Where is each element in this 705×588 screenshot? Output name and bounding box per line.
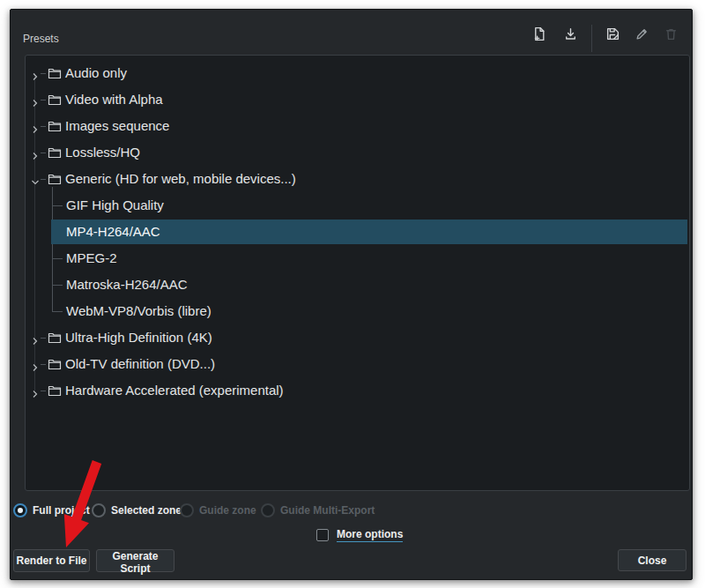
folder-icon — [48, 67, 62, 79]
preset-folder-row[interactable]: Audio only — [26, 60, 689, 86]
branch-dash — [41, 364, 46, 365]
tree-row-label: GIF High Quality — [66, 192, 164, 219]
download-icon — [563, 26, 578, 44]
branch-dash — [41, 100, 46, 100]
folder-icon — [48, 93, 62, 106]
tree-row-label: MPEG-2 — [66, 245, 117, 272]
preset-row[interactable]: WebM-VP8/Vorbis (libre) — [26, 298, 689, 324]
save-preset-button[interactable] — [601, 24, 624, 47]
edit-preset-button[interactable] — [630, 24, 653, 47]
preset-row[interactable]: GIF High Quality — [26, 192, 689, 219]
tree-row-label: Ultra-High Definition (4K) — [65, 324, 212, 351]
toolbar-separator — [591, 25, 592, 52]
more-options-checkbox[interactable] — [316, 529, 329, 541]
branch-dash — [41, 179, 46, 180]
folder-icon — [48, 146, 62, 159]
save-edit-icon — [605, 26, 620, 44]
radio-label: Guide zone — [199, 504, 256, 517]
tree-row-label: Generic (HD for web, mobile devices...) — [65, 166, 296, 192]
folder-icon — [48, 173, 62, 185]
tree-row-label: Old-TV definition (DVD...) — [65, 351, 215, 377]
preset-row[interactable]: MPEG-2 — [26, 245, 689, 272]
preset-folder-row[interactable]: Images sequence — [26, 113, 689, 139]
new-preset-button[interactable] — [527, 24, 550, 47]
radio-button-icon — [180, 503, 194, 517]
tree-row-label: Lossless/HQ — [65, 139, 140, 166]
document-plus-icon — [531, 26, 546, 44]
tree-row-label: Hardware Accelerated (experimental) — [65, 377, 284, 404]
download-preset-button[interactable] — [559, 24, 582, 47]
chevron-right-icon[interactable] — [31, 69, 40, 78]
tree-row-label: MP4-H264/AAC — [66, 219, 160, 245]
folder-icon — [48, 331, 62, 344]
more-options-toggle[interactable]: More options — [316, 528, 403, 542]
radio-label: Guide Multi-Export — [280, 504, 375, 517]
presets-tree[interactable]: Audio onlyVideo with AlphaImages sequenc… — [25, 55, 690, 491]
chevron-right-icon[interactable] — [31, 95, 40, 104]
pencil-icon — [634, 26, 649, 44]
preset-folder-row[interactable]: Lossless/HQ — [26, 139, 689, 166]
generate-script-button[interactable]: Generate Script — [96, 549, 174, 572]
chevron-right-icon[interactable] — [31, 360, 40, 368]
screenshot-canvas: Presets Audio onlyVideo with AlphaImages… — [0, 0, 705, 588]
preset-folder-row[interactable]: Ultra-High Definition (4K) — [26, 324, 689, 351]
radio-guide-zone: Guide zone — [180, 502, 256, 518]
radio-button-icon — [261, 503, 275, 517]
folder-icon — [48, 120, 62, 132]
render-to-file-button[interactable]: Render to File — [13, 549, 90, 572]
radio-selected-zone[interactable]: Selected zone — [92, 502, 182, 518]
tree-row-label: WebM-VP8/Vorbis (libre) — [66, 298, 212, 324]
preset-row[interactable]: Matroska-H264/AAC — [26, 272, 689, 298]
chevron-right-icon[interactable] — [31, 148, 40, 157]
trash-icon — [664, 26, 679, 44]
chevron-right-icon[interactable] — [31, 333, 40, 342]
branch-dash — [41, 153, 46, 153]
folder-icon — [48, 358, 62, 370]
branch-dash — [41, 126, 46, 127]
tree-row-label: Video with Alpha — [65, 86, 163, 113]
folder-icon — [48, 384, 62, 397]
close-button[interactable]: Close — [618, 549, 686, 571]
preset-folder-row[interactable]: Old-TV definition (DVD...) — [26, 351, 689, 377]
branch-dash — [41, 391, 46, 391]
radio-button-icon[interactable] — [92, 503, 106, 517]
branch-dash — [41, 73, 46, 74]
tree-row-label: Matroska-H264/AAC — [66, 272, 188, 298]
preset-row[interactable]: MP4-H264/AAC — [26, 219, 689, 245]
branch-dash — [41, 338, 46, 339]
radio-label: Full project — [33, 504, 90, 517]
radio-label: Selected zone — [111, 504, 182, 517]
chevron-down-icon[interactable] — [31, 175, 40, 183]
delete-preset-button — [659, 24, 682, 47]
radio-guide-multi-export: Guide Multi-Export — [261, 502, 375, 518]
preset-folder-row[interactable]: Video with Alpha — [26, 86, 689, 113]
radio-full-project[interactable]: Full project — [13, 502, 90, 518]
radio-button-icon[interactable] — [13, 503, 27, 517]
preset-folder-row[interactable]: Generic (HD for web, mobile devices...) — [26, 166, 689, 192]
tree-row-label: Audio only — [65, 60, 127, 86]
preset-folder-row[interactable]: Hardware Accelerated (experimental) — [26, 377, 689, 404]
presets-label: Presets — [23, 33, 59, 45]
render-presets-dialog: Presets Audio onlyVideo with AlphaImages… — [10, 9, 693, 580]
more-options-label: More options — [337, 528, 403, 542]
chevron-right-icon[interactable] — [31, 386, 40, 395]
chevron-right-icon[interactable] — [31, 122, 40, 130]
tree-row-label: Images sequence — [65, 113, 169, 139]
